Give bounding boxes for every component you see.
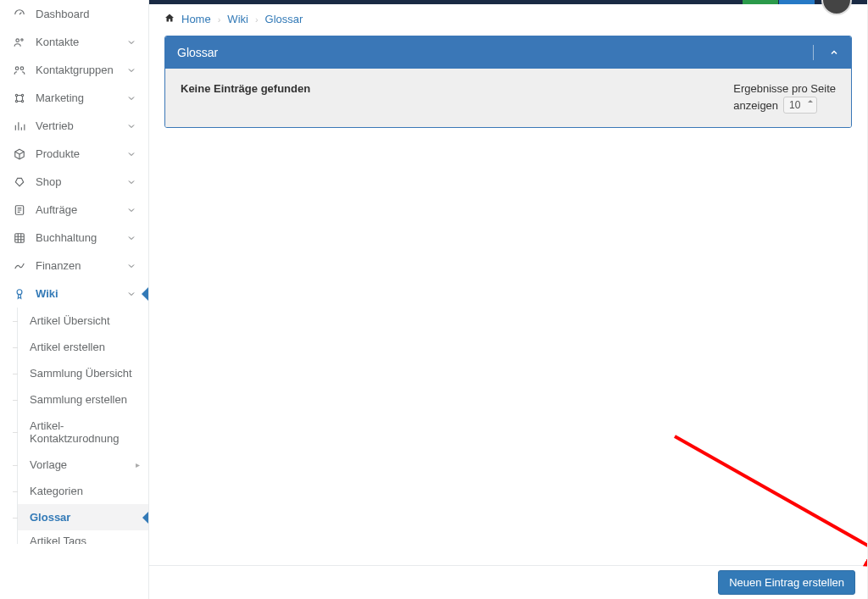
sidebar-item-vertrieb[interactable]: Vertrieb xyxy=(0,112,148,140)
chevron-down-icon xyxy=(126,149,136,159)
subnav-label: Artikel erstellen xyxy=(30,341,105,353)
svg-rect-9 xyxy=(15,233,25,242)
chevron-down-icon xyxy=(126,37,136,47)
subnav-artikel-uebersicht[interactable]: Artikel Übersicht xyxy=(18,308,148,334)
products-icon xyxy=(12,148,27,160)
marketing-icon xyxy=(12,92,27,104)
dashboard-icon xyxy=(12,8,27,20)
svg-point-7 xyxy=(21,100,23,102)
annotation-arrow xyxy=(670,432,868,576)
sidebar-item-label: Marketing xyxy=(36,92,126,104)
sidebar: Dashboard Kontakte Kontaktgruppen Market… xyxy=(0,0,149,599)
chevron-down-icon xyxy=(126,289,136,299)
chevron-down-icon xyxy=(126,65,136,75)
orders-icon xyxy=(12,204,27,216)
sidebar-item-wiki[interactable]: Wiki xyxy=(0,280,148,308)
breadcrumb-separator: › xyxy=(218,14,221,25)
page-size-label-1: Ergebnisse pro Seite xyxy=(733,82,836,95)
main-content: Home › Wiki › Glossar Glossar Keine Eint… xyxy=(149,0,867,599)
breadcrumb: Home › Wiki › Glossar xyxy=(149,4,867,36)
glossar-panel: Glossar Keine Einträge gefunden Ergebnis… xyxy=(164,36,852,128)
sidebar-item-label: Shop xyxy=(36,175,126,188)
svg-point-10 xyxy=(17,289,22,294)
sidebar-item-label: Vertrieb xyxy=(36,119,126,132)
sidebar-item-label: Dashboard xyxy=(36,8,136,20)
svg-point-1 xyxy=(21,38,23,40)
subnav-sammlung-uebersicht[interactable]: Sammlung Übersicht xyxy=(18,360,148,386)
sidebar-item-marketing[interactable]: Marketing xyxy=(0,84,148,112)
home-icon xyxy=(164,13,175,25)
contact-groups-icon xyxy=(12,64,27,76)
wiki-icon xyxy=(12,288,27,300)
sidebar-item-auftraege[interactable]: Aufträge xyxy=(0,196,148,224)
subnav-label: Glossar xyxy=(30,511,70,524)
sidebar-item-label: Aufträge xyxy=(36,203,126,216)
subnav-vorlage[interactable]: Vorlage▸ xyxy=(18,452,148,478)
page-size-control: Ergebnisse pro Seite anzeigen 10 xyxy=(733,82,836,114)
chevron-right-icon: ▸ xyxy=(136,460,140,469)
subnav-sammlung-erstellen[interactable]: Sammlung erstellen xyxy=(18,386,148,413)
subnav-label: Artikel Tags xyxy=(30,535,86,545)
panel-collapse-toggle[interactable] xyxy=(813,45,839,60)
sidebar-item-buchhaltung[interactable]: Buchhaltung xyxy=(0,224,148,252)
svg-line-11 xyxy=(675,436,868,563)
create-entry-button[interactable]: Neuen Eintrag erstellen xyxy=(718,570,855,595)
subnav-label: Vorlage xyxy=(30,458,67,471)
breadcrumb-home[interactable]: Home xyxy=(181,13,211,25)
subnav-kategorien[interactable]: Kategorien xyxy=(18,478,148,504)
svg-point-5 xyxy=(21,94,23,96)
svg-point-3 xyxy=(20,66,24,69)
sidebar-item-shop[interactable]: Shop xyxy=(0,168,148,196)
chevron-down-icon xyxy=(126,233,136,243)
svg-point-2 xyxy=(15,66,19,69)
chevron-down-icon xyxy=(126,177,136,187)
svg-point-0 xyxy=(16,38,19,42)
sidebar-item-label: Wiki xyxy=(36,287,126,300)
topbar-accent-green xyxy=(743,0,778,4)
footer-bar: Neuen Eintrag erstellen xyxy=(149,565,867,599)
sidebar-item-label: Buchhaltung xyxy=(36,231,126,244)
page-size-label-2: anzeigen xyxy=(733,99,778,112)
subnav-artikel-kontaktzuordnung[interactable]: Artikel-Kontaktzurodnung xyxy=(18,413,148,452)
sidebar-item-finanzen[interactable]: Finanzen xyxy=(0,252,148,280)
sales-icon xyxy=(12,120,27,132)
breadcrumb-separator: › xyxy=(255,14,259,25)
sidebar-item-produkte[interactable]: Produkte xyxy=(0,140,148,168)
contacts-icon xyxy=(12,36,27,48)
chevron-down-icon xyxy=(126,93,136,103)
panel-title: Glossar xyxy=(177,46,218,59)
subnav-label: Artikel Übersicht xyxy=(30,314,110,327)
svg-point-6 xyxy=(15,100,17,102)
page-size-select[interactable]: 10 xyxy=(783,97,817,114)
subnav-label: Sammlung Übersicht xyxy=(30,367,132,380)
sidebar-item-label: Kontaktgruppen xyxy=(36,64,126,76)
chevron-down-icon xyxy=(126,121,136,131)
sidebar-item-label: Finanzen xyxy=(36,259,126,272)
panel-header: Glossar xyxy=(165,36,851,69)
finance-icon xyxy=(12,260,27,272)
sidebar-item-kontakte[interactable]: Kontakte xyxy=(0,28,148,56)
breadcrumb-wiki[interactable]: Wiki xyxy=(227,13,248,25)
topbar-accent-blue xyxy=(779,0,815,4)
accounting-icon xyxy=(12,232,27,244)
breadcrumb-glossar[interactable]: Glossar xyxy=(265,13,303,25)
sidebar-item-label: Kontakte xyxy=(36,36,126,48)
chevron-up-icon xyxy=(829,47,839,58)
subnav-label: Artikel-Kontaktzurodnung xyxy=(30,419,140,445)
subnav-artikel-tags[interactable]: Artikel Tags xyxy=(18,530,148,544)
chevron-down-icon xyxy=(126,261,136,271)
subnav-glossar[interactable]: Glossar xyxy=(18,504,148,530)
subnav-artikel-erstellen[interactable]: Artikel erstellen xyxy=(18,334,148,360)
empty-state-text: Keine Einträge gefunden xyxy=(181,82,310,95)
panel-body: Keine Einträge gefunden Ergebnisse pro S… xyxy=(165,69,851,127)
sidebar-item-label: Produkte xyxy=(36,147,126,160)
chevron-down-icon xyxy=(126,205,136,215)
subnav-label: Kategorien xyxy=(30,485,83,497)
subnav-label: Sammlung erstellen xyxy=(30,393,127,406)
sidebar-item-kontaktgruppen[interactable]: Kontaktgruppen xyxy=(0,56,148,84)
shop-icon xyxy=(12,176,27,188)
wiki-subnav: Artikel Übersicht Artikel erstellen Samm… xyxy=(17,308,148,544)
svg-point-4 xyxy=(15,94,17,96)
sidebar-item-dashboard[interactable]: Dashboard xyxy=(0,0,148,28)
